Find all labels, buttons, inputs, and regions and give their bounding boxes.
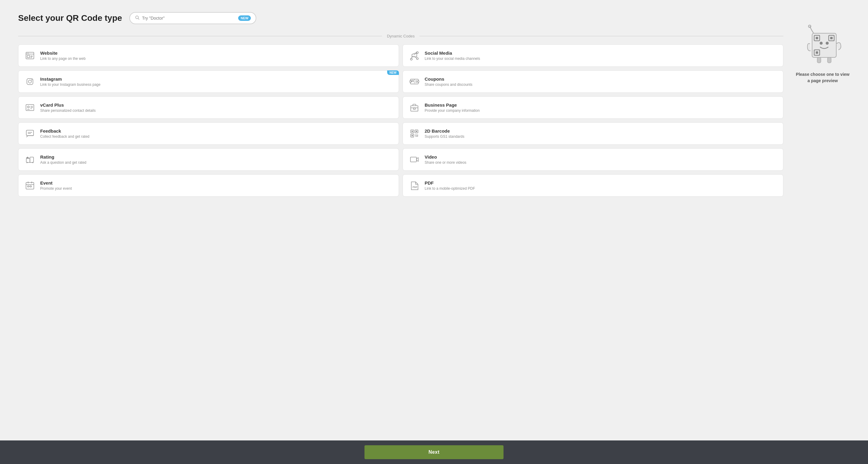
svg-point-0	[136, 16, 138, 19]
svg-rect-48	[30, 157, 34, 163]
svg-rect-66	[817, 57, 821, 63]
next-button[interactable]: Next	[365, 445, 503, 459]
card-video[interactable]: VideoShare one or more videos	[403, 148, 783, 171]
svg-rect-59	[816, 37, 818, 39]
instagram-title: Instagram	[40, 76, 100, 81]
svg-point-65	[826, 42, 829, 45]
svg-point-18	[409, 81, 411, 82]
svg-rect-40	[412, 131, 413, 132]
svg-rect-54	[28, 186, 29, 187]
svg-point-64	[819, 42, 823, 45]
svg-point-15	[28, 80, 31, 83]
section-divider: Dynamic Codes	[18, 34, 783, 38]
svg-rect-6	[27, 55, 30, 58]
2d-barcode-icon	[409, 128, 420, 139]
preview-text: Please choose one to view a page preview	[796, 71, 850, 84]
svg-point-19	[417, 81, 419, 82]
search-input[interactable]	[142, 16, 236, 21]
vcard-plus-title: vCard Plus	[40, 102, 95, 107]
instagram-desc: Link to your Instagram business page	[40, 82, 100, 87]
svg-rect-47	[26, 158, 30, 163]
svg-rect-49	[410, 157, 416, 162]
section-label: Dynamic Codes	[387, 34, 415, 38]
card-rating[interactable]: RatingAsk a question and get rated	[18, 148, 399, 171]
website-desc: Link to any page on the web	[40, 57, 86, 61]
svg-line-1	[138, 19, 139, 20]
svg-text:PDF: PDF	[412, 186, 417, 189]
card-website[interactable]: WebsiteLink to any page on the web	[18, 44, 399, 67]
event-icon	[25, 180, 35, 191]
svg-rect-63	[816, 52, 818, 54]
business-page-title: Business Page	[425, 102, 479, 107]
svg-point-26	[28, 106, 29, 108]
svg-rect-61	[830, 37, 833, 39]
video-title: Video	[425, 154, 466, 160]
feedback-desc: Collect feedback and get rated	[40, 134, 89, 139]
card-social-media[interactable]: Social MediaLink to your social media ch…	[403, 44, 783, 67]
rating-title: Rating	[40, 154, 87, 160]
2d-barcode-title: 2D Barcode	[425, 128, 464, 134]
pdf-icon: PDF	[409, 180, 420, 191]
robot-illustration	[802, 24, 844, 66]
website-title: Website	[40, 51, 86, 56]
event-title: Event	[40, 180, 72, 186]
2d-barcode-desc: Supports GS1 standards	[425, 134, 464, 139]
svg-point-10	[410, 58, 412, 60]
svg-rect-34	[26, 130, 34, 136]
vcard-plus-icon	[25, 102, 35, 113]
card-instagram[interactable]: InstagramLink to your Instagram business…	[18, 70, 399, 93]
coupons-desc: Share coupons and discounts	[425, 82, 472, 87]
svg-rect-41	[416, 131, 417, 132]
svg-rect-42	[412, 135, 413, 136]
pdf-title: PDF	[425, 180, 475, 186]
svg-point-16	[31, 79, 32, 80]
svg-rect-55	[30, 186, 31, 187]
rating-desc: Ask a question and get rated	[40, 160, 87, 165]
rating-icon	[25, 154, 35, 165]
search-icon	[135, 15, 140, 21]
svg-rect-31	[411, 106, 418, 111]
page-title: Select your QR Code type	[18, 13, 122, 23]
video-icon	[409, 154, 420, 165]
instagram-new-badge: NEW	[387, 70, 399, 75]
card-coupons[interactable]: CouponsShare coupons and discounts	[403, 70, 783, 93]
business-page-icon	[409, 102, 420, 113]
social-media-desc: Link to your social media channels	[425, 57, 480, 61]
preview-panel: Please choose one to view a page preview	[796, 12, 850, 434]
pdf-desc: Link to a mobile-optimized PDF	[425, 187, 475, 191]
footer-bar: Next	[0, 440, 868, 464]
video-desc: Share one or more videos	[425, 160, 466, 165]
business-page-desc: Provide your company information	[425, 108, 479, 113]
svg-point-68	[808, 25, 811, 28]
vcard-plus-desc: Share personalized contact details	[40, 108, 95, 113]
instagram-icon	[25, 76, 35, 87]
svg-rect-21	[412, 80, 413, 81]
website-icon	[25, 50, 35, 61]
card-feedback[interactable]: FeedbackCollect feedback and get rated	[18, 122, 399, 145]
svg-rect-67	[828, 57, 831, 63]
event-desc: Promote your event	[40, 187, 72, 191]
svg-rect-57	[812, 33, 836, 57]
card-business-page[interactable]: Business PageProvide your company inform…	[403, 96, 783, 119]
social-media-icon	[409, 50, 420, 61]
card-vcard-plus[interactable]: vCard PlusShare personalized contact det…	[18, 96, 399, 119]
card-event[interactable]: EventPromote your event	[18, 174, 399, 197]
coupons-icon	[409, 76, 420, 87]
svg-rect-33	[413, 108, 415, 109]
search-new-badge: NEW	[238, 15, 251, 21]
card-2d-barcode[interactable]: 2D BarcodeSupports GS1 standards	[403, 122, 783, 145]
feedback-icon	[25, 128, 35, 139]
card-grid: WebsiteLink to any page on the webSocial…	[18, 44, 783, 197]
feedback-title: Feedback	[40, 128, 89, 134]
social-media-title: Social Media	[425, 51, 480, 56]
search-bar: NEW	[129, 12, 256, 24]
card-pdf[interactable]: PDFPDFLink to a mobile-optimized PDF	[403, 174, 783, 197]
coupons-title: Coupons	[425, 76, 472, 81]
svg-point-12	[416, 58, 418, 60]
